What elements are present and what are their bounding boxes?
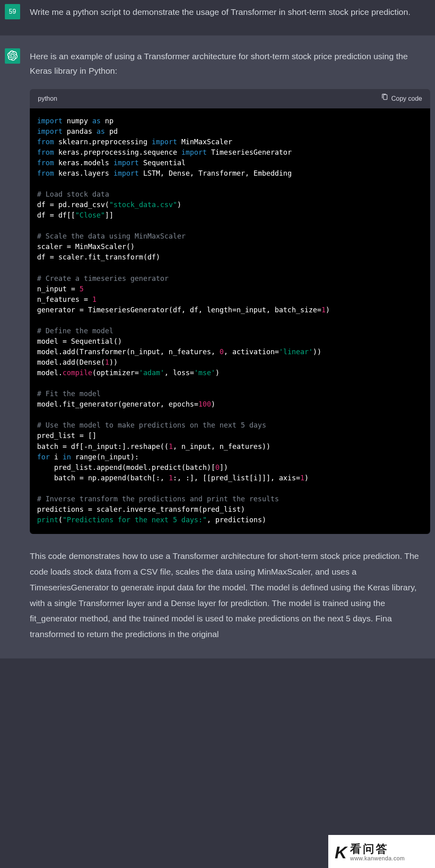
clipboard-icon <box>381 93 388 104</box>
watermark-logo-icon: K <box>335 843 346 862</box>
watermark-text: 看问答 www.kanwenda.com <box>350 843 405 862</box>
code-language-label: python <box>38 93 57 104</box>
assistant-explanation: This code demonstrates how to use a Tran… <box>30 548 430 642</box>
copy-code-button[interactable]: Copy code <box>381 93 423 104</box>
assistant-message-row: Here is an example of using a Transforme… <box>0 35 435 658</box>
assistant-message-content: Here is an example of using a Transforme… <box>30 48 430 642</box>
watermark-brand: 看问答 <box>350 843 405 856</box>
copy-code-label: Copy code <box>392 93 423 104</box>
assistant-intro-text: Here is an example of using a Transforme… <box>30 49 430 78</box>
code-block: python Copy code import numpy as np impo… <box>30 89 430 534</box>
user-avatar: 59 <box>5 4 20 19</box>
code-content[interactable]: import numpy as np import pandas as pd f… <box>30 108 430 534</box>
watermark: K 看问答 www.kanwenda.com <box>328 835 435 868</box>
user-avatar-text: 59 <box>9 8 16 15</box>
openai-logo-icon <box>7 50 18 62</box>
code-header: python Copy code <box>30 89 430 108</box>
watermark-url: www.kanwenda.com <box>350 856 405 862</box>
user-message-row: 59 Write me a python script to demonstra… <box>0 0 435 35</box>
svg-rect-0 <box>383 95 387 100</box>
assistant-avatar <box>5 48 20 64</box>
user-message-content: Write me a python script to demonstrate … <box>30 4 430 19</box>
